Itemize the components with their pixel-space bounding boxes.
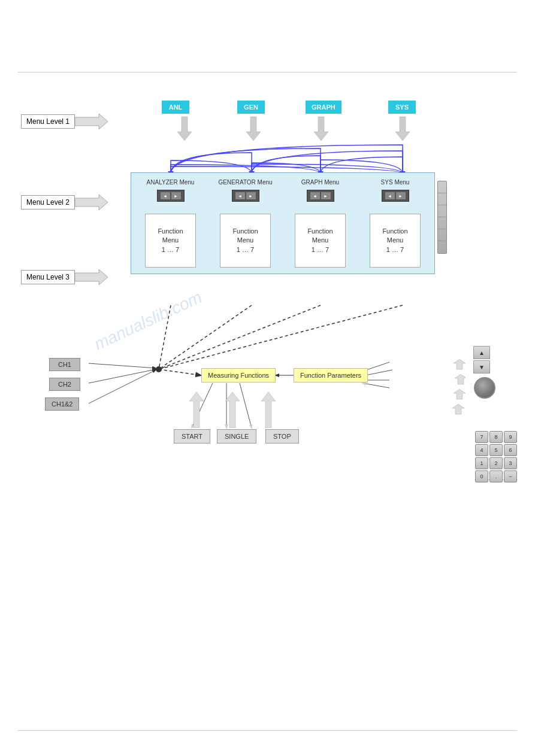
key-9[interactable]: 9 — [504, 431, 517, 443]
graph-nav[interactable] — [307, 190, 334, 202]
svg-marker-26 — [75, 195, 108, 210]
svg-line-24 — [362, 383, 389, 388]
gen-button[interactable]: GEN — [237, 101, 265, 114]
function-parameters-label: Function Parameters — [300, 372, 361, 379]
generator-column: GENERATOR Menu FunctionMenu1 … 7 — [210, 179, 281, 268]
sys-nav-right[interactable] — [395, 192, 406, 200]
menu-panel-area: ANALYZER Menu FunctionMenu1 … 7 GENERATO… — [131, 172, 435, 274]
graph-button[interactable]: GRAPH — [306, 101, 341, 114]
scroll-up-button[interactable]: ▲ — [473, 346, 490, 359]
analyzer-column: ANALYZER Menu FunctionMenu1 … 7 — [135, 179, 206, 268]
key-2[interactable]: 2 — [489, 457, 503, 469]
svg-line-8 — [159, 305, 171, 369]
key-dot[interactable]: . — [489, 470, 503, 482]
start-button[interactable]: START — [174, 429, 210, 444]
menu-level-3: Menu Level 3 — [21, 268, 108, 286]
svg-line-9 — [159, 305, 252, 369]
ch2-button[interactable]: CH2 — [49, 378, 80, 391]
svg-marker-1 — [246, 117, 261, 141]
sys-nav[interactable] — [382, 190, 409, 202]
svg-line-15 — [89, 369, 156, 383]
softkey-3[interactable] — [438, 205, 446, 217]
menu-level-3-label: Menu Level 3 — [21, 270, 75, 284]
svg-line-13 — [159, 369, 201, 375]
softkey-2[interactable] — [438, 193, 446, 205]
svg-line-10 — [159, 305, 321, 369]
key-minus[interactable]: − — [504, 470, 517, 482]
analyzer-nav-left[interactable] — [160, 192, 171, 200]
control-arrows-svg — [179, 392, 286, 428]
svg-point-12 — [156, 366, 162, 372]
menu-level-2-arrow — [75, 193, 108, 211]
keypad: 7 8 9 4 5 6 1 2 3 0 . − — [475, 431, 517, 482]
keypad-row-4: 0 . − — [475, 470, 517, 482]
keypad-row-3: 1 2 3 — [475, 457, 517, 469]
generator-nav-right[interactable] — [246, 192, 256, 200]
svg-line-11 — [159, 305, 403, 369]
generator-nav-left[interactable] — [235, 192, 246, 200]
svg-marker-29 — [455, 374, 466, 384]
keypad-row-1: 7 8 9 — [475, 431, 517, 443]
menu-level-2-label: Menu Level 2 — [21, 195, 75, 210]
ch1and2-button[interactable]: CH1&2 — [45, 397, 79, 411]
svg-marker-28 — [454, 359, 466, 369]
analyzer-nav-right[interactable] — [171, 192, 182, 200]
measuring-functions-label: Measuring Functions — [208, 372, 269, 379]
generator-function-box: FunctionMenu1 … 7 — [220, 214, 271, 268]
sys-nav-left[interactable] — [385, 192, 395, 200]
key-0[interactable]: 0 — [475, 470, 488, 482]
key-7[interactable]: 7 — [475, 431, 488, 443]
key-6[interactable]: 6 — [504, 444, 517, 456]
svg-marker-25 — [75, 114, 108, 129]
menu-level-2: Menu Level 2 — [21, 193, 108, 211]
graph-nav-left[interactable] — [310, 192, 321, 200]
menu-level-1: Menu Level 1 — [21, 113, 108, 130]
softkey-5[interactable] — [438, 229, 446, 241]
svg-marker-2 — [314, 117, 328, 141]
key-5[interactable]: 5 — [489, 444, 503, 456]
key-8[interactable]: 8 — [489, 431, 503, 443]
menu-level-1-label: Menu Level 1 — [21, 114, 75, 129]
softkey-strip — [437, 181, 447, 254]
single-button[interactable]: SINGLE — [217, 429, 256, 444]
sys-title: SYS Menu — [381, 179, 410, 186]
analyzer-nav[interactable] — [157, 190, 185, 202]
svg-marker-31 — [452, 404, 464, 414]
key-3[interactable]: 3 — [504, 457, 517, 469]
menu-level-3-arrow — [75, 268, 108, 286]
key-1[interactable]: 1 — [475, 457, 488, 469]
graph-title: GRAPH Menu — [301, 179, 339, 186]
generator-nav[interactable] — [232, 190, 259, 202]
bottom-rule — [18, 730, 517, 731]
svg-marker-30 — [454, 389, 466, 399]
trackball[interactable] — [474, 377, 495, 399]
function-parameters-box: Function Parameters — [294, 368, 368, 382]
menu-level-1-arrow — [75, 113, 108, 130]
svg-marker-32 — [189, 392, 204, 428]
page-container: Menu Level 1 Menu Level 2 Menu Level 3 A… — [0, 0, 535, 756]
scroll-down-button[interactable]: ▼ — [473, 360, 490, 374]
generator-title: GENERATOR Menu — [218, 179, 272, 186]
softkey-4[interactable] — [438, 217, 446, 229]
svg-marker-33 — [225, 392, 240, 428]
graph-nav-right[interactable] — [321, 192, 331, 200]
anl-button[interactable]: ANL — [162, 101, 189, 114]
measuring-functions-box: Measuring Functions — [201, 368, 276, 382]
svg-line-16 — [89, 370, 156, 403]
svg-marker-34 — [261, 392, 276, 428]
svg-marker-0 — [177, 117, 192, 141]
ch1-button[interactable]: CH1 — [49, 358, 80, 371]
sys-column: SYS Menu FunctionMenu1 … 7 — [359, 179, 431, 268]
stop-button[interactable]: STOP — [265, 429, 299, 444]
menu-columns-container: ANALYZER Menu FunctionMenu1 … 7 GENERATO… — [135, 179, 431, 268]
softkey-6[interactable] — [438, 241, 446, 253]
watermark: manualslib.com — [91, 287, 205, 354]
softkey-arrow-svg — [430, 356, 466, 422]
top-rule — [18, 72, 517, 72]
key-4[interactable]: 4 — [475, 444, 488, 456]
sys-button[interactable]: SYS — [388, 101, 416, 114]
right-softkey-arrows — [430, 356, 466, 424]
graph-function-box: FunctionMenu1 … 7 — [295, 214, 346, 268]
svg-line-14 — [89, 363, 156, 368]
softkey-1[interactable] — [438, 181, 446, 193]
